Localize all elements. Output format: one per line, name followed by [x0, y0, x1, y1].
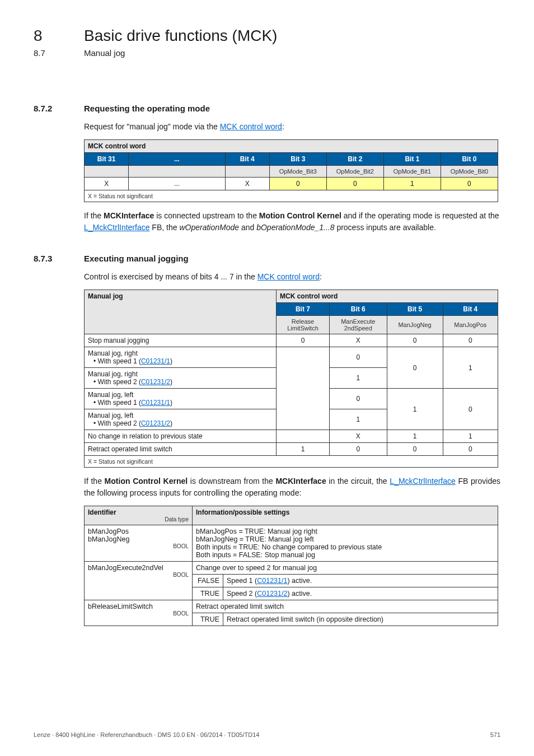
text: : [282, 122, 284, 131]
cell: ManExecute 2ndSpeed [329, 316, 387, 334]
col-bit7: Bit 7 [277, 303, 330, 316]
section-header: 8.7 Manual jog [34, 48, 500, 58]
merged-cell: 1 [387, 389, 443, 430]
code-link[interactable]: C01231/1 [141, 357, 170, 365]
chapter-title: Basic drive functions (MCK) [84, 27, 277, 45]
page-number: 571 [490, 731, 500, 738]
text: ) active. [287, 577, 312, 585]
text: If the [84, 211, 104, 220]
data-type: BOOL [88, 610, 189, 617]
text: • With speed 2 ( [93, 378, 141, 386]
subsection-number: 8.7.2 [34, 104, 67, 113]
col-bit4: Bit 4 [443, 303, 498, 316]
mckctrlinterface-link[interactable]: L_MckCtrlInterface [84, 223, 149, 232]
col-identifier: Identifier Data type [85, 506, 193, 525]
text: and if the operating mode is requested a… [341, 211, 499, 220]
cell: OpMode_Bit2 [326, 166, 383, 178]
col-bit0: Bit 0 [441, 153, 498, 166]
code-link[interactable]: C01231/2 [141, 378, 170, 386]
col-bit5: Bit 5 [387, 303, 443, 316]
mck-control-word-link[interactable]: MCK control word [257, 272, 320, 281]
col-bit2: Bit 2 [326, 153, 383, 166]
merged-cell: 0 [387, 347, 443, 389]
cell: 1 [387, 430, 443, 443]
text: process inputs are available. [335, 223, 436, 232]
cell: 0 [387, 334, 443, 347]
footer-text: Lenze · 8400 HighLine · Referenzhandbuch… [34, 731, 259, 738]
table-header-row: Bit 31 ... Bit 4 Bit 3 Bit 2 Bit 1 Bit 0 [85, 153, 498, 166]
text: ) active. [287, 590, 312, 598]
info-cell: Retract operated limit switch [193, 600, 498, 613]
value-key: FALSE [193, 575, 223, 587]
col-bit6: Bit 6 [329, 303, 387, 316]
cell: OpMode_Bit0 [441, 166, 498, 178]
cell: 0 [329, 347, 387, 368]
value-desc: Speed 2 (C01231/2) active. [223, 587, 498, 600]
cell-highlight: 0 [326, 178, 383, 190]
identifier-table: Identifier Data type Information/possibl… [84, 506, 498, 626]
cell: OpMode_Bit1 [383, 166, 441, 178]
info-cell: bManJogPos = TRUE: Manual jog right bMan… [193, 525, 498, 562]
text: FB, the [149, 223, 179, 232]
row-label: Manual jog, right • With speed 2 (C01231… [85, 368, 277, 389]
code-link[interactable]: C01231/1 [141, 399, 170, 407]
col-info: Information/possible settings [193, 506, 498, 525]
text-bold: Motion Control Kernel [105, 477, 188, 486]
col-bit4: Bit 4 [225, 153, 269, 166]
text: Request for "manual jog" mode via the [84, 122, 220, 131]
cell: 1 [443, 430, 498, 443]
code-link[interactable]: C01231/2 [141, 419, 170, 427]
col-bit3: Bit 3 [269, 153, 326, 166]
text: If the [84, 477, 105, 486]
col-bit1: Bit 1 [383, 153, 441, 166]
identifier-cell: bManJogExecute2ndVel BOOL [85, 562, 193, 600]
text: Manual jog, right [88, 349, 138, 357]
chapter-number: 8 [34, 27, 67, 45]
text: • With speed 2 ( [93, 419, 141, 427]
text: ) [170, 399, 172, 407]
separator-dashes: _ _ _ _ _ _ _ _ _ _ _ _ _ _ _ _ _ _ _ _ … [34, 74, 500, 83]
header-subtext: Data type [88, 516, 189, 522]
identifier-cell: bReleaseLimitSwitch BOOL [85, 600, 193, 626]
text: Manual jog, left [88, 412, 133, 419]
cell: 0 [443, 334, 498, 347]
text: ) [170, 419, 172, 427]
cell-highlight: 0 [269, 178, 326, 190]
cell: 1 [329, 409, 387, 430]
cell: 1 [277, 443, 330, 456]
row-label: Manual jog, left • With speed 2 (C01231/… [85, 409, 277, 430]
row-label: No change in relation to previous state [85, 430, 277, 443]
identifier: bManJogPos [88, 528, 129, 535]
text-bold: Motion Control Kernel [259, 211, 341, 220]
text-italic: bOperationMode_1...8 [256, 223, 334, 232]
row-label: Manual jog, right • With speed 1 (C01231… [85, 347, 277, 368]
cell: OpMode_Bit3 [269, 166, 326, 178]
merged-cell [277, 347, 330, 430]
mck-control-word-link[interactable]: MCK control word [220, 122, 282, 131]
text: and [239, 223, 256, 232]
code-link[interactable]: C01231/1 [257, 577, 287, 585]
merged-cell: 0 [443, 389, 498, 430]
text: is downstream from the [188, 477, 275, 486]
mckctrlinterface-link[interactable]: L_MckCtrlInterface [390, 477, 455, 486]
cell: X [225, 178, 269, 190]
text: • With speed 1 ( [93, 399, 141, 407]
cell: 0 [387, 443, 443, 456]
cell: X [329, 430, 387, 443]
code-link[interactable]: C01231/2 [257, 590, 287, 598]
text: : [320, 272, 322, 281]
text: in the circuit, the [326, 477, 390, 486]
table-row: Retract operated limit switch 1 0 0 0 [85, 443, 498, 456]
row-label: Retract operated limit switch [85, 443, 277, 456]
cell: ... [129, 178, 225, 190]
subsection-title: Executing manual jogging [84, 254, 189, 263]
col-mck-control-word: MCK control word [277, 290, 498, 303]
table-row: bManJogExecute2ndVel BOOL Change over to… [85, 562, 498, 575]
page-footer: Lenze · 8400 HighLine · Referenzhandbuch… [34, 731, 500, 738]
text-italic: wOperationMode [179, 223, 239, 232]
text: ) [170, 357, 172, 365]
info-line: bManJogNeg = TRUE: Manual jog left [196, 535, 494, 543]
info-line: Both inputs = TRUE: No change compared t… [196, 543, 494, 551]
text-bold: MCKInterface [104, 211, 154, 220]
cell: 0 [443, 443, 498, 456]
